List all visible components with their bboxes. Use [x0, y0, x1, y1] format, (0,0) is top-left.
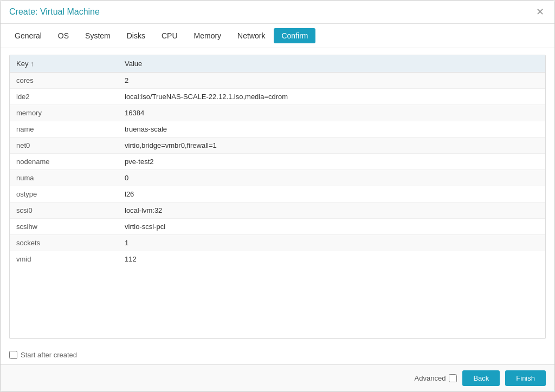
cell-value: virtio,bridge=vmbr0,firewall=1: [118, 138, 545, 154]
start-after-created-label[interactable]: Start after created: [9, 351, 77, 359]
tab-cpu[interactable]: CPU: [154, 28, 185, 43]
create-vm-dialog: Create: Virtual Machine ✕ GeneralOSSyste…: [0, 0, 555, 392]
advanced-text: Advanced: [415, 374, 446, 382]
cell-key: name: [10, 121, 118, 138]
table-row: numa0: [10, 170, 545, 186]
table-row: cores2: [10, 73, 545, 89]
cell-value: pve-test2: [118, 154, 545, 170]
table-body: cores2ide2local:iso/TrueNAS-SCALE-22.12.…: [10, 73, 545, 267]
tab-general[interactable]: General: [7, 28, 49, 43]
advanced-label[interactable]: Advanced: [415, 374, 457, 382]
table-row: net0virtio,bridge=vmbr0,firewall=1: [10, 138, 545, 154]
table-row: ostypel26: [10, 186, 545, 202]
tab-system[interactable]: System: [78, 28, 118, 43]
close-button[interactable]: ✕: [534, 6, 546, 18]
cell-key: sockets: [10, 235, 118, 251]
cell-value: virtio-scsi-pci: [118, 219, 545, 235]
footer-options: Start after created: [1, 345, 554, 364]
cell-key: cores: [10, 73, 118, 89]
cell-value: local-lvm:32: [118, 202, 545, 219]
dialog-title: Create: Virtual Machine: [9, 7, 100, 17]
confirm-table: Key Value cores2ide2local:iso/TrueNAS-SC…: [10, 55, 545, 267]
cell-value: 16384: [118, 105, 545, 121]
cell-key: ide2: [10, 89, 118, 105]
cell-key: net0: [10, 138, 118, 154]
advanced-checkbox[interactable]: [449, 374, 457, 382]
cell-value: 0: [118, 170, 545, 186]
cell-key: ostype: [10, 186, 118, 202]
column-header-value: Value: [118, 55, 545, 73]
cell-value: truenas-scale: [118, 121, 545, 138]
cell-value: 1: [118, 235, 545, 251]
cell-key: scsi0: [10, 202, 118, 219]
cell-key: numa: [10, 170, 118, 186]
table-row: nodenamepve-test2: [10, 154, 545, 170]
main-content: Key Value cores2ide2local:iso/TrueNAS-SC…: [1, 48, 554, 345]
finish-button[interactable]: Finish: [505, 370, 546, 386]
tab-confirm[interactable]: Confirm: [274, 28, 315, 43]
table-row: sockets1: [10, 235, 545, 251]
cell-value: l26: [118, 186, 545, 202]
cell-key: nodename: [10, 154, 118, 170]
cell-key: memory: [10, 105, 118, 121]
table-header: Key Value: [10, 55, 545, 73]
cell-value: 112: [118, 251, 545, 267]
column-header-key[interactable]: Key: [10, 55, 118, 73]
dialog-header: Create: Virtual Machine ✕: [1, 1, 554, 24]
back-button[interactable]: Back: [462, 370, 500, 386]
cell-value: 2: [118, 73, 545, 89]
start-after-created-text: Start after created: [21, 351, 77, 359]
dialog-footer: Advanced Back Finish: [1, 364, 554, 391]
table-row: scsi0local-lvm:32: [10, 202, 545, 219]
tab-network[interactable]: Network: [230, 28, 273, 43]
tab-bar: GeneralOSSystemDisksCPUMemoryNetworkConf…: [1, 24, 554, 48]
tab-os[interactable]: OS: [50, 28, 76, 43]
cell-key: vmid: [10, 251, 118, 267]
tab-memory[interactable]: Memory: [186, 28, 229, 43]
start-after-created-checkbox[interactable]: [9, 351, 17, 359]
table-row: ide2local:iso/TrueNAS-SCALE-22.12.1.iso,…: [10, 89, 545, 105]
table-row: memory16384: [10, 105, 545, 121]
tab-disks[interactable]: Disks: [119, 28, 153, 43]
table-row: nametruenas-scale: [10, 121, 545, 138]
table-row: scsihwvirtio-scsi-pci: [10, 219, 545, 235]
cell-value: local:iso/TrueNAS-SCALE-22.12.1.iso,medi…: [118, 89, 545, 105]
cell-key: scsihw: [10, 219, 118, 235]
confirm-table-container: Key Value cores2ide2local:iso/TrueNAS-SC…: [9, 55, 546, 339]
table-row: vmid112: [10, 251, 545, 267]
